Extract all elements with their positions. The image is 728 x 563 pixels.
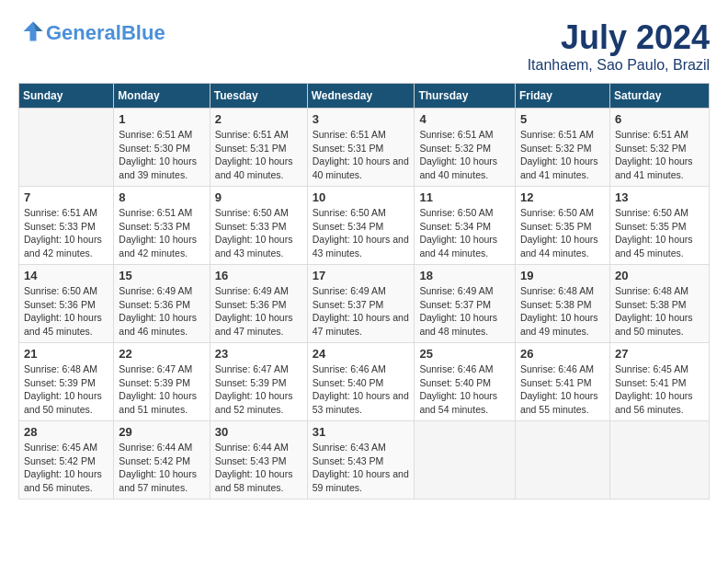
header-day: Monday: [114, 84, 210, 109]
header-day: Saturday: [609, 84, 709, 109]
day-info: Sunrise: 6:51 AMSunset: 5:31 PMDaylight:…: [215, 129, 293, 180]
calendar-week-row: 28 Sunrise: 6:45 AMSunset: 5:42 PMDaylig…: [19, 421, 710, 500]
day-info: Sunrise: 6:51 AMSunset: 5:33 PMDaylight:…: [119, 207, 197, 259]
calendar-cell: 25 Sunrise: 6:46 AMSunset: 5:40 PMDaylig…: [415, 343, 516, 421]
day-number: 3: [313, 112, 410, 126]
day-number: 26: [520, 347, 605, 361]
day-number: 18: [419, 269, 510, 282]
calendar-cell: 23 Sunrise: 6:47 AMSunset: 5:39 PMDaylig…: [210, 343, 307, 421]
day-number: 13: [615, 190, 704, 204]
calendar-cell: 6 Sunrise: 6:51 AMSunset: 5:32 PMDayligh…: [609, 109, 709, 187]
day-info: Sunrise: 6:51 AMSunset: 5:30 PMDaylight:…: [119, 129, 197, 180]
logo-blue: Blue: [121, 21, 165, 44]
day-info: Sunrise: 6:45 AMSunset: 5:41 PMDaylight:…: [615, 363, 693, 415]
page-header: GeneralBlue July 2024 Itanhaem, Sao Paul…: [18, 18, 710, 74]
header-day: Wednesday: [307, 84, 415, 109]
day-info: Sunrise: 6:49 AMSunset: 5:37 PMDaylight:…: [419, 285, 497, 337]
calendar-cell: 11 Sunrise: 6:50 AMSunset: 5:34 PMDaylig…: [415, 187, 516, 265]
day-info: Sunrise: 6:46 AMSunset: 5:41 PMDaylight:…: [520, 363, 598, 415]
calendar-cell: 14 Sunrise: 6:50 AMSunset: 5:36 PMDaylig…: [19, 265, 114, 343]
calendar-cell: 29 Sunrise: 6:44 AMSunset: 5:42 PMDaylig…: [114, 421, 210, 500]
day-info: Sunrise: 6:49 AMSunset: 5:36 PMDaylight:…: [119, 285, 197, 337]
day-number: 31: [313, 425, 410, 439]
day-number: 14: [24, 269, 108, 282]
calendar-cell: 28 Sunrise: 6:45 AMSunset: 5:42 PMDaylig…: [19, 421, 114, 500]
day-info: Sunrise: 6:47 AMSunset: 5:39 PMDaylight:…: [119, 363, 197, 415]
calendar-cell: 16 Sunrise: 6:49 AMSunset: 5:36 PMDaylig…: [210, 265, 307, 343]
day-number: 6: [615, 112, 704, 126]
day-info: Sunrise: 6:49 AMSunset: 5:37 PMDaylight:…: [313, 285, 409, 337]
calendar-cell: [415, 421, 516, 500]
month-title: July 2024: [528, 18, 710, 57]
day-number: 25: [419, 347, 510, 361]
calendar-cell: 26 Sunrise: 6:46 AMSunset: 5:41 PMDaylig…: [515, 343, 609, 421]
day-info: Sunrise: 6:43 AMSunset: 5:43 PMDaylight:…: [313, 442, 409, 493]
calendar-cell: 30 Sunrise: 6:44 AMSunset: 5:43 PMDaylig…: [210, 421, 307, 500]
logo-general: General: [46, 21, 121, 44]
day-number: 30: [215, 425, 302, 439]
day-info: Sunrise: 6:50 AMSunset: 5:36 PMDaylight:…: [24, 285, 102, 337]
day-number: 16: [215, 269, 302, 282]
calendar-cell: 2 Sunrise: 6:51 AMSunset: 5:31 PMDayligh…: [210, 109, 307, 187]
calendar-cell: 13 Sunrise: 6:50 AMSunset: 5:35 PMDaylig…: [609, 187, 709, 265]
day-info: Sunrise: 6:51 AMSunset: 5:32 PMDaylight:…: [615, 129, 693, 180]
calendar-cell: 5 Sunrise: 6:51 AMSunset: 5:32 PMDayligh…: [515, 109, 609, 187]
day-info: Sunrise: 6:45 AMSunset: 5:42 PMDaylight:…: [24, 442, 102, 493]
calendar-cell: 8 Sunrise: 6:51 AMSunset: 5:33 PMDayligh…: [114, 187, 210, 265]
day-number: 10: [313, 190, 410, 204]
day-number: 27: [615, 347, 704, 361]
day-info: Sunrise: 6:51 AMSunset: 5:31 PMDaylight:…: [313, 129, 409, 180]
calendar-cell: 10 Sunrise: 6:50 AMSunset: 5:34 PMDaylig…: [307, 187, 415, 265]
calendar-cell: 3 Sunrise: 6:51 AMSunset: 5:31 PMDayligh…: [307, 109, 415, 187]
calendar-cell: 12 Sunrise: 6:50 AMSunset: 5:35 PMDaylig…: [515, 187, 609, 265]
calendar-cell: 4 Sunrise: 6:51 AMSunset: 5:32 PMDayligh…: [415, 109, 516, 187]
day-info: Sunrise: 6:50 AMSunset: 5:33 PMDaylight:…: [215, 207, 293, 259]
day-info: Sunrise: 6:46 AMSunset: 5:40 PMDaylight:…: [419, 363, 497, 415]
day-number: 5: [520, 112, 605, 126]
day-number: 22: [119, 347, 204, 361]
day-info: Sunrise: 6:51 AMSunset: 5:32 PMDaylight:…: [419, 129, 497, 180]
day-number: 19: [520, 269, 605, 282]
day-number: 11: [419, 190, 510, 204]
day-number: 8: [119, 190, 204, 204]
calendar-week-row: 7 Sunrise: 6:51 AMSunset: 5:33 PMDayligh…: [19, 187, 710, 265]
day-info: Sunrise: 6:47 AMSunset: 5:39 PMDaylight:…: [215, 363, 293, 415]
day-number: 24: [313, 347, 410, 361]
day-number: 2: [215, 112, 302, 126]
calendar-cell: 1 Sunrise: 6:51 AMSunset: 5:30 PMDayligh…: [114, 109, 210, 187]
calendar-cell: 27 Sunrise: 6:45 AMSunset: 5:41 PMDaylig…: [609, 343, 709, 421]
calendar-cell: 21 Sunrise: 6:48 AMSunset: 5:39 PMDaylig…: [19, 343, 114, 421]
day-number: 9: [215, 190, 302, 204]
header-day: Tuesday: [210, 84, 307, 109]
day-number: 15: [119, 269, 204, 282]
day-info: Sunrise: 6:50 AMSunset: 5:34 PMDaylight:…: [419, 207, 497, 259]
header-day: Friday: [515, 84, 609, 109]
calendar-cell: 19 Sunrise: 6:48 AMSunset: 5:38 PMDaylig…: [515, 265, 609, 343]
calendar-week-row: 1 Sunrise: 6:51 AMSunset: 5:30 PMDayligh…: [19, 109, 710, 187]
calendar-cell: 15 Sunrise: 6:49 AMSunset: 5:36 PMDaylig…: [114, 265, 210, 343]
calendar-cell: [609, 421, 709, 500]
calendar-cell: 17 Sunrise: 6:49 AMSunset: 5:37 PMDaylig…: [307, 265, 415, 343]
day-info: Sunrise: 6:44 AMSunset: 5:43 PMDaylight:…: [215, 442, 293, 493]
calendar-cell: [19, 109, 114, 187]
calendar-table: SundayMondayTuesdayWednesdayThursdayFrid…: [18, 83, 710, 500]
day-info: Sunrise: 6:46 AMSunset: 5:40 PMDaylight:…: [313, 363, 409, 415]
header-day: Sunday: [19, 84, 114, 109]
day-info: Sunrise: 6:48 AMSunset: 5:39 PMDaylight:…: [24, 363, 102, 415]
title-block: July 2024 Itanhaem, Sao Paulo, Brazil: [528, 18, 710, 74]
day-info: Sunrise: 6:50 AMSunset: 5:35 PMDaylight:…: [615, 207, 693, 259]
calendar-cell: 22 Sunrise: 6:47 AMSunset: 5:39 PMDaylig…: [114, 343, 210, 421]
calendar-cell: [515, 421, 609, 500]
day-info: Sunrise: 6:48 AMSunset: 5:38 PMDaylight:…: [615, 285, 693, 337]
logo-text: GeneralBlue: [46, 23, 165, 43]
day-info: Sunrise: 6:50 AMSunset: 5:35 PMDaylight:…: [520, 207, 598, 259]
day-number: 17: [313, 269, 410, 282]
calendar-week-row: 14 Sunrise: 6:50 AMSunset: 5:36 PMDaylig…: [19, 265, 710, 343]
day-number: 12: [520, 190, 605, 204]
logo: GeneralBlue: [18, 18, 165, 48]
location: Itanhaem, Sao Paulo, Brazil: [528, 57, 710, 74]
calendar-cell: 7 Sunrise: 6:51 AMSunset: 5:33 PMDayligh…: [19, 187, 114, 265]
calendar-cell: 20 Sunrise: 6:48 AMSunset: 5:38 PMDaylig…: [609, 265, 709, 343]
calendar-cell: 31 Sunrise: 6:43 AMSunset: 5:43 PMDaylig…: [307, 421, 415, 500]
day-number: 21: [24, 347, 108, 361]
